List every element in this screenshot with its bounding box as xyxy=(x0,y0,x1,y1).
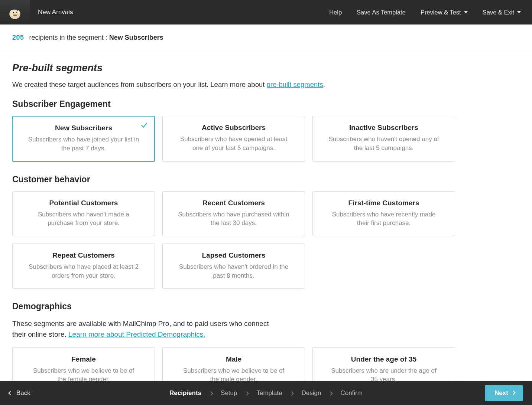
card-desc: Subscribers who have placed at least 2 o… xyxy=(28,262,139,280)
prebuilt-segments-link[interactable]: pre-built segments xyxy=(267,81,323,88)
segment-card-first-time-customers[interactable]: First-time CustomersSubscribers who have… xyxy=(312,191,455,236)
recipient-count: 205 xyxy=(12,34,24,41)
step-breadcrumbs: RecipientsSetupTemplateDesignConfirm xyxy=(169,389,363,397)
intro-text: We created these target audiences from s… xyxy=(12,81,520,89)
card-desc: Subscribers who have opened at least one… xyxy=(178,135,289,153)
bottom-bar: Back RecipientsSetupTemplateDesignConfir… xyxy=(0,381,532,405)
card-title: First-time Customers xyxy=(323,199,444,207)
recipient-count-label: recipients in the segment : xyxy=(29,34,107,41)
card-title: Male xyxy=(173,355,294,363)
card-grid-engagement: New SubscribersSubscribers who have join… xyxy=(12,116,520,162)
segment-card-repeat-customers[interactable]: Repeat CustomersSubscribers who have pla… xyxy=(12,244,155,289)
step-design[interactable]: Design xyxy=(301,389,321,397)
svg-point-2 xyxy=(13,12,14,13)
segment-card-potential-customers[interactable]: Potential CustomersSubscribers who haven… xyxy=(12,191,155,236)
segment-card-active-subscribers[interactable]: Active SubscribersSubscribers who have o… xyxy=(162,116,305,162)
chevron-right-icon xyxy=(290,389,293,397)
card-desc: Subscribers who haven't made a purchase … xyxy=(28,210,139,228)
intro-text-after: . xyxy=(323,81,325,88)
section-title-engagement: Subscriber Engagement xyxy=(12,99,520,109)
save-exit-dropdown[interactable]: Save & Exit xyxy=(483,9,521,16)
logo[interactable] xyxy=(0,0,30,25)
chevron-right-icon xyxy=(329,389,332,397)
segment-card-new-subscribers[interactable]: New SubscribersSubscribers who have join… xyxy=(12,116,155,162)
card-title: Active Subscribers xyxy=(173,124,294,132)
intro-text-before: We created these target audiences from s… xyxy=(12,81,267,88)
chevron-right-icon xyxy=(511,391,515,395)
help-link[interactable]: Help xyxy=(329,9,342,16)
card-desc: Subscribers who have recently made their… xyxy=(328,210,439,228)
card-title: Recent Customers xyxy=(173,199,294,207)
next-button[interactable]: Next xyxy=(485,385,523,401)
check-icon xyxy=(140,121,148,131)
chevron-right-icon xyxy=(246,389,249,397)
section-title-customer: Customer behavior xyxy=(12,174,520,184)
section-desc-demographics: These segments are available with MailCh… xyxy=(12,318,276,340)
section-title-demographics: Demographics xyxy=(12,301,520,311)
back-label: Back xyxy=(16,389,30,397)
segment-card-recent-customers[interactable]: Recent CustomersSubscribers who have pur… xyxy=(162,191,305,236)
card-desc: Subscribers who haven't ordered in the p… xyxy=(178,262,289,280)
card-title: Repeat Customers xyxy=(23,251,144,259)
back-button[interactable]: Back xyxy=(9,389,30,397)
step-recipients[interactable]: Recipients xyxy=(169,389,201,397)
chevron-left-icon xyxy=(8,391,12,395)
content-area: Pre-built segments We created these targ… xyxy=(0,51,532,405)
save-as-template-link[interactable]: Save As Template xyxy=(357,9,406,16)
segment-card-inactive-subscribers[interactable]: Inactive SubscribersSubscribers who have… xyxy=(312,116,455,162)
top-actions: Help Save As Template Preview & Test Sav… xyxy=(329,9,532,16)
top-bar: New Arrivals Help Save As Template Previ… xyxy=(0,0,532,25)
chevron-right-icon xyxy=(210,389,213,397)
page-title: New Arrivals xyxy=(30,9,73,16)
card-title: Female xyxy=(23,355,144,363)
step-template[interactable]: Template xyxy=(257,389,282,397)
step-setup[interactable]: Setup xyxy=(221,389,237,397)
step-confirm[interactable]: Confirm xyxy=(340,389,363,397)
heading-prebuilt-segments: Pre-built segments xyxy=(12,62,520,74)
card-title: Lapsed Customers xyxy=(173,251,294,259)
card-title: New Subscribers xyxy=(23,124,144,132)
preview-test-dropdown[interactable]: Preview & Test xyxy=(421,9,468,16)
card-desc: Subscribers who have purchased within th… xyxy=(178,210,289,228)
card-title: Potential Customers xyxy=(23,199,144,207)
card-desc: Subscribers who haven't opened any of th… xyxy=(328,135,439,153)
card-title: Under the age of 35 xyxy=(323,355,444,363)
card-grid-customer: Potential CustomersSubscribers who haven… xyxy=(12,191,520,289)
predicted-demographics-link[interactable]: Learn more about Predicted Demographics. xyxy=(68,330,205,338)
svg-point-3 xyxy=(16,12,17,13)
card-title: Inactive Subscribers xyxy=(323,124,444,132)
card-desc: Subscribers who have joined your list in… xyxy=(28,135,139,153)
segment-name: New Subscribers xyxy=(109,34,163,41)
mailchimp-logo-icon xyxy=(6,4,23,21)
segment-card-lapsed-customers[interactable]: Lapsed CustomersSubscribers who haven't … xyxy=(162,244,305,289)
recipient-count-bar: 205 recipients in the segment : New Subs… xyxy=(0,25,532,51)
next-label: Next xyxy=(494,389,508,397)
